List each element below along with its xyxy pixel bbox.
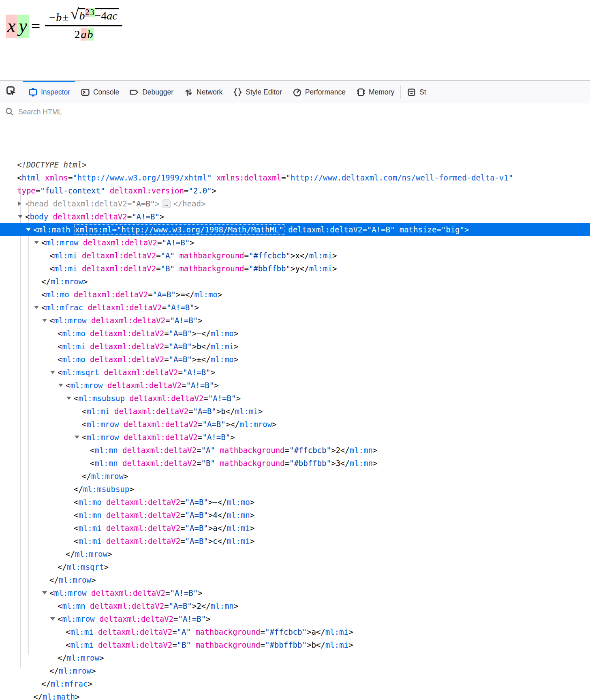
- markup-node-row[interactable]: </ml:msqrt>: [0, 560, 590, 573]
- tag-name: ml:mi: [78, 524, 101, 533]
- code-punctuation: =: [165, 316, 170, 325]
- markup-node-row[interactable]: <ml:mrow deltaxml:deltaV2="A!=B">: [0, 586, 590, 599]
- search-input[interactable]: [17, 107, 585, 117]
- markup-node-row[interactable]: <body deltaxml:deltaV2="A!=B">: [0, 210, 590, 223]
- tag-name: ml:mo: [78, 498, 101, 507]
- markup-node-row[interactable]: <ml:mfrac deltaxml:deltaV2="A!=B">: [0, 301, 590, 314]
- markup-node-row[interactable]: <ml:mi deltaxml:deltaV2="B" mathbackgrou…: [0, 638, 590, 651]
- markup-node-row[interactable]: <ml:mrow deltaxml:deltaV2="A=B"></ml:mro…: [0, 418, 590, 431]
- tab-style-editor[interactable]: Style Editor: [228, 81, 287, 103]
- markup-node-row[interactable]: </ml:mrow>: [0, 470, 590, 483]
- tab-debugger[interactable]: Debugger: [124, 81, 179, 103]
- chevron-down-icon: [26, 228, 31, 231]
- tab-inspector[interactable]: Inspector: [23, 81, 75, 103]
- markup-node-row[interactable]: <ml:mrow deltaxml:deltaV2="A!=B">: [0, 236, 590, 249]
- attribute-value: "A=B": [193, 407, 216, 416]
- markup-node-row[interactable]: </ml:mrow>: [0, 664, 590, 677]
- tab-st[interactable]: St: [402, 81, 432, 103]
- node-picker-button[interactable]: [0, 81, 23, 103]
- tag-name: ml:mi: [325, 640, 348, 649]
- markup-node-row[interactable]: <ml:mi deltaxml:deltaV2="A" mathbackgrou…: [0, 625, 590, 638]
- markup-node-row[interactable]: <html xmlns="http://www.w3.org/1999/xhtm…: [0, 171, 590, 184]
- code-punctuation: [215, 446, 220, 455]
- tag-name: ml:mi: [325, 627, 348, 636]
- code-punctuation: =: [173, 614, 178, 623]
- markup-node-row[interactable]: </ml:mrow>: [0, 275, 590, 288]
- expand-arrow-icon[interactable]: [42, 314, 49, 327]
- expand-arrow-icon[interactable]: [50, 366, 58, 379]
- attribute-name: mathsize: [400, 225, 437, 234]
- tab-memory[interactable]: Memory: [351, 81, 400, 103]
- markup-node-row[interactable]: <ml:mn deltaxml:deltaV2="A=B">4</ml:mn>: [0, 509, 590, 522]
- markup-node-row[interactable]: </ml:mrow>: [0, 573, 590, 586]
- expand-arrow-icon[interactable]: [26, 223, 33, 236]
- markup-node-row[interactable]: <ml:mo deltaxml:deltaV2="A=B">−</ml:mo>: [0, 496, 590, 509]
- markup-node-row[interactable]: <ml:msqrt deltaxml:deltaV2="A!=B">: [0, 366, 590, 379]
- markup-node-row[interactable]: <ml:mo deltaxml:deltaV2="A=B">±</ml:mo>: [0, 353, 590, 366]
- markup-node-row[interactable]: <ml:mi deltaxml:deltaV2="B" mathbackgrou…: [0, 262, 590, 275]
- markup-node-row[interactable]: <ml:mn deltaxml:deltaV2="A=B">2</ml:mn>: [0, 599, 590, 612]
- markup-node-row[interactable]: </ml:mfrac>: [0, 677, 590, 690]
- text-node: =: [180, 290, 185, 299]
- expand-arrow-icon[interactable]: [50, 612, 58, 625]
- attribute-value: "A!=B": [170, 316, 198, 325]
- chevron-down-icon: [42, 591, 47, 595]
- markup-node-row[interactable]: <ml:mi deltaxml:deltaV2="A=B">b</ml:mi>: [0, 405, 590, 418]
- expand-arrow-icon[interactable]: [58, 379, 66, 392]
- markup-node-row[interactable]: <ml:mo deltaxml:deltaV2="A=B">=</ml:mo>: [0, 288, 590, 301]
- code-punctuation: =: [198, 433, 202, 442]
- markup-node-row[interactable]: <ml:mo deltaxml:deltaV2="A=B">−</ml:mo>: [0, 327, 590, 340]
- markup-node-row[interactable]: </ml:math>: [0, 690, 590, 700]
- markup-node-row[interactable]: <ml:mrow deltaxml:deltaV2="A!=B">: [0, 612, 590, 625]
- expand-arrow-icon[interactable]: [66, 392, 74, 405]
- square-root: √ b23−4ac: [71, 8, 119, 24]
- tag-name: ml:msubsup: [78, 394, 124, 403]
- tag-name: ml:mi: [235, 407, 258, 416]
- expand-arrow-icon[interactable]: [34, 301, 41, 314]
- markup-node-row[interactable]: </ml:msubsup>: [0, 483, 590, 496]
- text-node: 3: [336, 459, 340, 468]
- collapsed-content-badge[interactable]: …: [162, 200, 171, 208]
- tag-name: ml:mrow: [46, 238, 78, 247]
- tab-performance[interactable]: Performance: [287, 81, 351, 103]
- attribute-link[interactable]: http://www.deltaxml.com/ns/well-formed-d…: [291, 173, 509, 182]
- markup-node-row-selected[interactable]: <ml:math xmlns:ml="http://www.w3.org/199…: [0, 223, 590, 236]
- attribute-link[interactable]: http://www.w3.org/1999/xhtml: [77, 173, 207, 182]
- code-punctuation: =: [172, 640, 177, 649]
- tag-name: ml:mrow: [86, 433, 119, 442]
- expand-arrow-icon[interactable]: [18, 197, 25, 210]
- tab-network[interactable]: Network: [179, 81, 228, 103]
- markup-node-row[interactable]: <ml:mi deltaxml:deltaV2="A=B">b</ml:mi>: [0, 340, 590, 353]
- attribute-value: "A=B": [185, 511, 208, 520]
- markup-node-row[interactable]: <ml:mrow deltaxml:deltaV2="A!=B">: [0, 431, 590, 444]
- markup-node-row[interactable]: <ml:mn deltaxml:deltaV2="B" mathbackgrou…: [0, 457, 590, 470]
- markup-node-row[interactable]: <ml:msubsup deltaxml:deltaV2="A!=B">: [0, 392, 590, 405]
- expand-arrow-icon[interactable]: [75, 431, 82, 444]
- expand-arrow-icon[interactable]: [34, 236, 41, 249]
- attribute-link[interactable]: http://www.w3.org/1998/Math/MathML: [121, 225, 279, 234]
- tag-name: ml:mo: [62, 329, 85, 338]
- markup-node-row[interactable]: </ml:mrow>: [0, 651, 590, 664]
- code-punctuation: >: [291, 264, 295, 273]
- markup-node-row[interactable]: <ml:mi deltaxml:deltaV2="A=B">a</ml:mi>: [0, 522, 590, 535]
- expand-arrow-icon[interactable]: [18, 210, 25, 223]
- chevron-down-icon: [34, 241, 39, 244]
- tag-name: ml:math: [43, 692, 75, 700]
- expand-arrow-icon[interactable]: [42, 586, 49, 599]
- tag-name: ml:mi: [70, 627, 93, 636]
- markup-node-row[interactable]: <ml:mrow deltaxml:deltaV2="A!=B">: [0, 379, 590, 392]
- markup-node-row[interactable]: <head deltaxml:deltaV2="A=B">…</head>: [0, 197, 590, 210]
- markup-node-row[interactable]: type="full-context" deltaxml:version="2.…: [0, 184, 590, 197]
- markup-node-row[interactable]: <ml:mi deltaxml:deltaV2="A" mathbackgrou…: [0, 249, 590, 262]
- code-punctuation: =: [127, 212, 132, 221]
- tag-name: ml:mn: [350, 459, 373, 468]
- markup-node-row[interactable]: <!DOCTYPE html>: [0, 158, 590, 171]
- code-punctuation: >: [234, 601, 238, 610]
- code-punctuation: [86, 329, 90, 338]
- markup-view: <!DOCTYPE html><html xmlns="http://www.w…: [0, 122, 590, 700]
- markup-node-row[interactable]: <ml:mi deltaxml:deltaV2="A=B">c</ml:mi>: [0, 535, 590, 548]
- markup-node-row[interactable]: </ml:mrow>: [0, 548, 590, 560]
- tab-console[interactable]: Console: [75, 81, 124, 103]
- markup-node-row[interactable]: <ml:mrow deltaxml:deltaV2="A!=B">: [0, 314, 590, 327]
- markup-node-row[interactable]: <ml:mn deltaxml:deltaV2="A" mathbackgrou…: [0, 444, 590, 457]
